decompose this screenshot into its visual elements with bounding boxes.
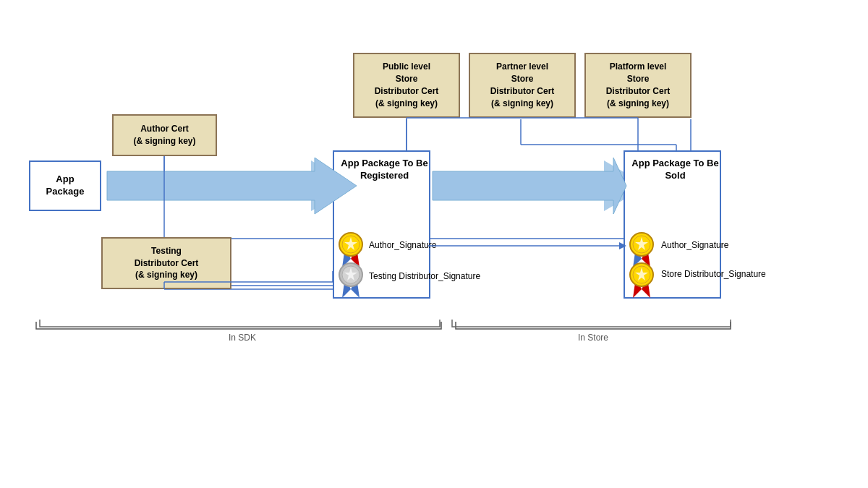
public-store-cert-box: Public level Store Distributor Cert (& s… [353, 53, 460, 118]
testing-sig-registered-text: Testing Distributor_Signature [369, 271, 480, 281]
diagram-container: App Package Author Cert (& signing key) … [0, 0, 868, 488]
platform-store-cert-label: Platform level Store Distributor Cert (&… [606, 61, 671, 109]
sdk-bracket-label: In SDK [36, 333, 448, 343]
svg-marker-35 [107, 158, 357, 214]
author-sig-registered-text: Author_Signature [369, 240, 436, 250]
medal-testing-dist-registered [336, 262, 365, 298]
app-package-label: App Package [46, 174, 85, 198]
partner-store-cert-box: Partner level Store Distributor Cert (& … [469, 53, 576, 118]
store-sig-sold-text: Store Distributor_Signature [661, 269, 766, 279]
testing-dist-cert-box: Testing Distributor Cert (& signing key) [101, 237, 231, 289]
partner-store-cert-label: Partner level Store Distributor Cert (& … [490, 61, 555, 109]
app-package-box: App Package [29, 160, 101, 211]
svg-marker-1 [441, 160, 647, 211]
svg-marker-36 [433, 158, 626, 214]
author-cert-box: Author Cert (& signing key) [112, 114, 217, 156]
author-sig-sold-text: Author_Signature [661, 240, 728, 250]
app-package-sold-label: App Package To Be Sold [631, 158, 720, 182]
store-bracket-label: In Store [456, 333, 731, 343]
medal-store-dist-sold [627, 262, 656, 298]
author-cert-label: Author Cert (& signing key) [133, 123, 195, 147]
testing-dist-cert-label: Testing Distributor Cert (& signing key) [135, 245, 199, 281]
svg-marker-0 [112, 160, 354, 211]
public-store-cert-label: Public level Store Distributor Cert (& s… [375, 61, 439, 109]
platform-store-cert-box: Platform level Store Distributor Cert (&… [584, 53, 692, 118]
app-package-registered-label: App Package To Be Registered [340, 158, 429, 182]
